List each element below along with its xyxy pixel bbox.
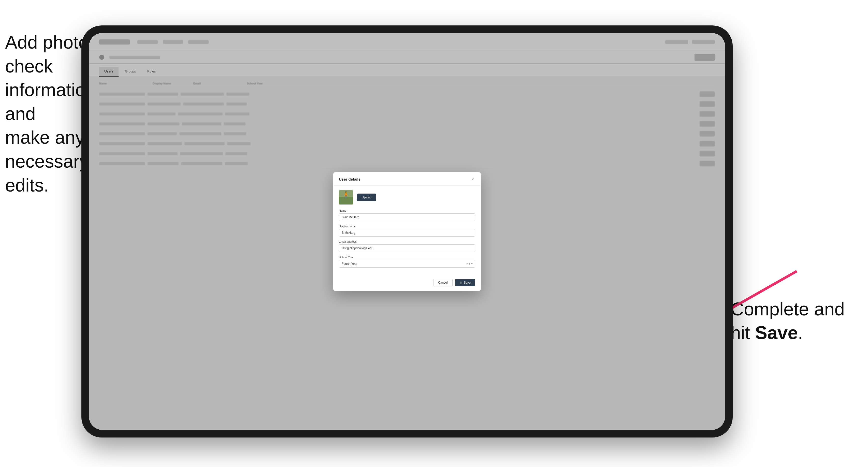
user-details-modal: User details × Upload <box>333 172 481 291</box>
display-name-label: Display name <box>339 225 475 228</box>
modal-close-button[interactable]: × <box>470 177 475 182</box>
save-button[interactable]: ⬆ Save <box>455 279 475 286</box>
user-photo-thumbnail <box>339 190 353 205</box>
tablet-device: Users Groups Roles Name Display Name Ema… <box>82 25 733 437</box>
scene: Add photo, checkinformation andmake anyn… <box>0 0 868 467</box>
display-name-input[interactable] <box>339 229 475 237</box>
cancel-button[interactable]: Cancel <box>433 279 452 286</box>
modal-body: Upload Name Display name <box>333 186 481 276</box>
save-label: Save <box>464 281 471 284</box>
tablet-screen: Users Groups Roles Name Display Name Ema… <box>89 33 725 430</box>
annotation-right: Complete and hit Save. <box>731 297 853 345</box>
name-form-group: Name <box>339 209 475 221</box>
select-clear-icon[interactable]: × <box>466 262 468 266</box>
school-year-select[interactable]: First Year Second Year Third Year Fourth… <box>339 260 475 268</box>
modal-footer: Cancel ⬆ Save <box>333 276 481 291</box>
modal-header: User details × <box>333 172 481 186</box>
school-year-select-wrapper: First Year Second Year Third Year Fourth… <box>339 260 475 268</box>
school-year-label: School Year <box>339 256 475 259</box>
name-input[interactable] <box>339 213 475 221</box>
modal-title: User details <box>339 177 361 181</box>
upload-photo-button[interactable]: Upload <box>357 193 376 201</box>
email-label: Email address <box>339 240 475 243</box>
save-icon: ⬆ <box>460 281 462 284</box>
name-label: Name <box>339 209 475 212</box>
select-arrow-icon: ▲▼ <box>468 262 473 265</box>
email-input[interactable] <box>339 244 475 252</box>
school-year-form-group: School Year First Year Second Year Third… <box>339 256 475 268</box>
modal-backdrop: User details × Upload <box>89 33 725 430</box>
app-background: Users Groups Roles Name Display Name Ema… <box>89 33 725 430</box>
photo-section: Upload <box>339 190 475 205</box>
display-name-form-group: Display name <box>339 225 475 237</box>
email-form-group: Email address <box>339 240 475 252</box>
